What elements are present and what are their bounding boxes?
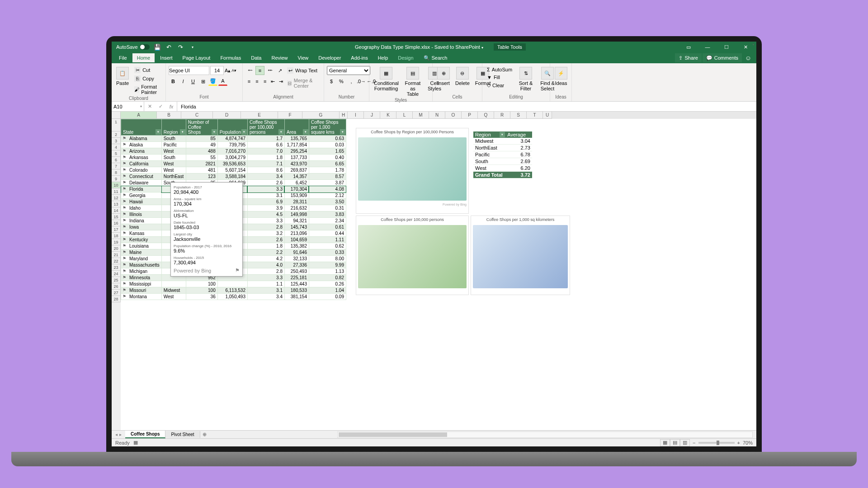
- pivot-header[interactable]: Region▾: [473, 131, 505, 138]
- row-header[interactable]: 10: [112, 182, 121, 188]
- table-cell[interactable]: 6,113,532: [217, 287, 247, 294]
- column-header[interactable]: Q: [478, 112, 494, 119]
- table-row[interactable]: Mississippi1001.1125,4430.26: [121, 281, 346, 287]
- table-cell[interactable]: 123: [186, 174, 217, 180]
- currency-icon[interactable]: $: [327, 77, 336, 86]
- toggle-switch-icon[interactable]: [140, 44, 150, 50]
- table-cell[interactable]: Delaware: [121, 180, 162, 186]
- maximize-icon[interactable]: ☐: [717, 42, 736, 52]
- pivot-row[interactable]: South2.69: [473, 158, 532, 165]
- save-icon[interactable]: 💾: [153, 43, 161, 51]
- table-cell[interactable]: California: [121, 161, 162, 167]
- table-cell[interactable]: 85: [186, 136, 217, 142]
- add-sheet-button[interactable]: ⊕: [200, 432, 209, 437]
- row-header[interactable]: 1: [112, 119, 121, 131]
- column-header[interactable]: H: [340, 112, 348, 119]
- sheet-tab-pivot-sheet[interactable]: Pivot Sheet: [165, 431, 200, 438]
- close-icon[interactable]: ✕: [736, 42, 755, 52]
- table-cell[interactable]: Florida: [121, 186, 162, 192]
- table-cell[interactable]: Maryland: [121, 256, 162, 262]
- table-cell[interactable]: 100: [186, 281, 217, 287]
- table-cell[interactable]: 153,909: [284, 192, 309, 199]
- table-cell[interactable]: 1.11: [309, 237, 346, 243]
- undo-icon[interactable]: ↶: [165, 43, 173, 51]
- table-cell[interactable]: 8.57: [309, 174, 346, 180]
- table-cell[interactable]: Missouri: [121, 287, 162, 294]
- table-cell[interactable]: Alaska: [121, 142, 162, 148]
- table-cell[interactable]: 1.65: [309, 148, 346, 155]
- filter-dropdown-icon[interactable]: ▾: [303, 129, 308, 135]
- table-cell[interactable]: 0.03: [309, 142, 346, 148]
- table-header[interactable]: Region▾: [161, 119, 186, 136]
- table-cell[interactable]: 213,096: [284, 230, 309, 237]
- page-layout-view-icon[interactable]: ▤: [670, 439, 680, 446]
- row-header[interactable]: 22: [112, 258, 121, 264]
- table-cell[interactable]: 0.62: [309, 243, 346, 249]
- table-cell[interactable]: 0.61: [309, 224, 346, 230]
- filter-dropdown-icon[interactable]: ▾: [156, 129, 161, 135]
- table-cell[interactable]: 32,133: [284, 256, 309, 262]
- tab-formulas[interactable]: Formulas: [216, 53, 245, 62]
- table-cell[interactable]: 2821: [186, 161, 217, 167]
- column-header[interactable]: L: [396, 112, 413, 119]
- tab-data[interactable]: Data: [246, 53, 266, 62]
- filter-dropdown-icon[interactable]: ▾: [241, 129, 247, 135]
- table-header[interactable]: Coffee Shops per 1,000 square kms▾: [309, 119, 346, 136]
- table-cell[interactable]: Connecticut: [121, 174, 162, 180]
- table-cell[interactable]: Alabama: [121, 136, 162, 142]
- number-format-select[interactable]: General: [327, 66, 370, 75]
- map-chart-per-sqkm[interactable]: Coffee Shops per 1,000 sq kilometers: [471, 216, 570, 295]
- table-row[interactable]: AlabamaSouth854,874,7471.7135,7650.63: [121, 136, 346, 142]
- select-all-button[interactable]: [112, 112, 121, 119]
- row-header[interactable]: 13: [112, 201, 121, 207]
- column-header[interactable]: S: [510, 112, 527, 119]
- table-cell[interactable]: Idaho: [121, 205, 162, 211]
- row-header[interactable]: 9: [112, 176, 121, 182]
- font-size-input[interactable]: [210, 66, 224, 75]
- comments-button[interactable]: 💬 Comments: [703, 53, 742, 62]
- table-cell[interactable]: Georgia: [121, 192, 162, 199]
- row-header[interactable]: 24: [112, 271, 121, 277]
- table-cell[interactable]: 39,536,653: [217, 161, 247, 167]
- share-button[interactable]: ⇪ Share: [675, 53, 701, 62]
- table-cell[interactable]: 1,717,854: [284, 142, 309, 148]
- row-header[interactable]: 23: [112, 264, 121, 271]
- pivot-table[interactable]: Region▾AverageMidwest3.04NorthEast2.73Pa…: [473, 131, 532, 178]
- flag-icon[interactable]: ⚑: [235, 267, 240, 273]
- page-break-view-icon[interactable]: ▥: [680, 439, 690, 446]
- column-header[interactable]: N: [429, 112, 445, 119]
- table-header[interactable]: Coffee Shops per 100,000 persons▾: [247, 119, 284, 136]
- font-name-input[interactable]: [169, 66, 209, 75]
- pivot-header[interactable]: Average: [505, 131, 532, 138]
- column-header[interactable]: E: [241, 112, 278, 119]
- fill-color-button[interactable]: 🪣: [208, 77, 217, 86]
- table-cell[interactable]: Mississippi: [121, 281, 162, 287]
- pivot-total-row[interactable]: Grand Total3.72: [473, 172, 532, 178]
- zoom-in-icon[interactable]: +: [737, 440, 740, 446]
- row-header[interactable]: 18: [112, 233, 121, 239]
- table-cell[interactable]: 170,304: [284, 186, 309, 192]
- table-cell[interactable]: 2.8: [247, 224, 284, 230]
- column-header[interactable]: M: [413, 112, 429, 119]
- table-cell[interactable]: 7,016,270: [217, 148, 247, 155]
- row-header[interactable]: 3: [112, 138, 121, 144]
- table-cell[interactable]: 3.3: [247, 218, 284, 224]
- row-header[interactable]: 28: [112, 296, 121, 302]
- table-cell[interactable]: 3.1: [247, 287, 284, 294]
- table-header[interactable]: Population▾: [217, 119, 247, 136]
- table-cell[interactable]: 2.8: [247, 268, 284, 275]
- table-cell[interactable]: NorthEast: [161, 174, 186, 180]
- table-cell[interactable]: Arizona: [121, 148, 162, 155]
- table-cell[interactable]: 381,154: [284, 294, 309, 300]
- column-header[interactable]: O: [445, 112, 462, 119]
- table-cell[interactable]: Louisiana: [121, 243, 162, 249]
- orientation-icon[interactable]: ↗: [275, 66, 284, 75]
- table-cell[interactable]: Midwest: [161, 287, 186, 294]
- table-cell[interactable]: 225,181: [284, 275, 309, 281]
- insert-cells-button[interactable]: ⊕Insert: [435, 66, 452, 87]
- column-header[interactable]: T: [527, 112, 543, 119]
- tab-view[interactable]: View: [293, 53, 313, 62]
- row-header[interactable]: 26: [112, 283, 121, 290]
- table-header[interactable]: Number of Coffee Shops▾: [186, 119, 217, 136]
- table-cell[interactable]: 295,254: [284, 148, 309, 155]
